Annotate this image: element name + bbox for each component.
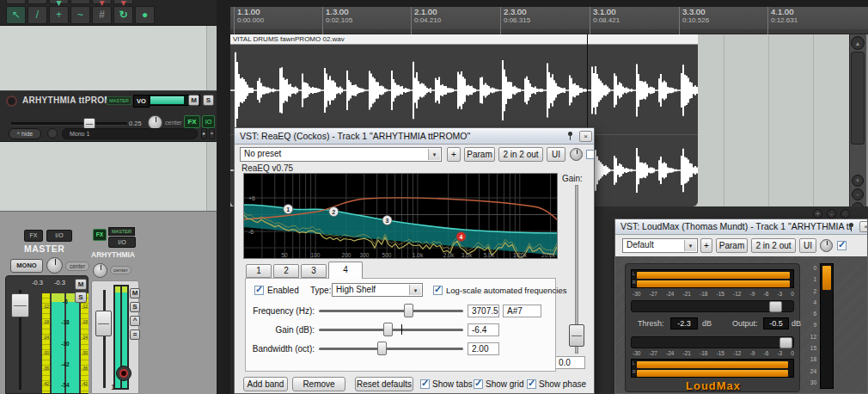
loudmax-window[interactable]: VST: LoudMax (Thomas Mundt) - Track 1 "A… [614, 219, 868, 394]
loudmax-titlebar[interactable]: VST: LoudMax (Thomas Mundt) - Track 1 "A… [615, 219, 867, 235]
master-send-badge[interactable]: MASTER [107, 96, 131, 105]
toolbar-icon-clipped[interactable] [70, 0, 90, 4]
master-fader[interactable] [11, 293, 29, 317]
eq-output-gain-value[interactable]: 0.0 [554, 356, 585, 369]
hide-button[interactable]: ^ hide [9, 128, 41, 139]
gain-slider[interactable] [317, 323, 465, 336]
band-type-select[interactable]: High Shelf▾ [332, 283, 423, 297]
grid-snap-icon[interactable]: # [92, 6, 112, 24]
reaeq-param-button[interactable]: Param [464, 147, 495, 162]
zoom-in-button[interactable]: + [852, 175, 864, 187]
loudmax-enable-checkbox[interactable] [837, 241, 847, 250]
frequency-slider-handle[interactable] [404, 304, 413, 317]
loudmax-param-button[interactable]: Param [716, 238, 748, 253]
loudmax-pin-routing-button[interactable]: 2 in 2 out [751, 238, 796, 253]
gain-value[interactable]: -6.4 [468, 323, 499, 336]
toolbar-icon-clipped[interactable]: ▾ [92, 0, 112, 4]
bandwidth-slider-handle[interactable] [377, 342, 387, 355]
toolbar-icon-clipped[interactable] [6, 0, 26, 4]
reaeq-pin-routing-button[interactable]: 2 in 2 out [498, 147, 543, 162]
io-button[interactable]: IO [202, 115, 215, 128]
loudmax-save-preset-button[interactable]: + [700, 238, 712, 253]
output-slider-handle[interactable] [779, 337, 792, 348]
master-pan-knob[interactable] [46, 257, 63, 274]
reaeq-save-preset-button[interactable]: + [447, 147, 461, 162]
track-strip-record-arm[interactable] [116, 366, 131, 381]
panel-divider[interactable] [217, 0, 230, 394]
hzoom-out-button[interactable]: - [827, 209, 836, 219]
toolbar-icon-clipped[interactable]: ▾ [49, 0, 69, 4]
scroll-up-button[interactable]: ▲ [851, 36, 865, 50]
show-tabs-checkbox[interactable] [420, 379, 430, 389]
hzoom-in-button[interactable]: + [813, 209, 822, 219]
eq-graph[interactable]: +6-6501002003005001.0k2.0k3.0k5.0k10.0k2… [243, 173, 558, 259]
pin-icon[interactable] [846, 222, 856, 232]
master-io-button[interactable]: I/O [46, 230, 72, 242]
thresh-slider[interactable] [631, 300, 794, 312]
tab-band-1[interactable]: 1 [246, 264, 272, 278]
reaeq-bypass-checkbox[interactable] [586, 150, 595, 159]
output-slider[interactable] [631, 336, 794, 348]
tab-band-2[interactable]: 2 [273, 264, 299, 278]
input-menu-button[interactable]: = [209, 128, 215, 139]
close-icon[interactable]: × [859, 221, 868, 232]
reaeq-wet-knob[interactable] [570, 148, 583, 161]
envelope-button[interactable] [47, 128, 58, 139]
fx-button[interactable]: FX [184, 115, 200, 128]
reaeq-preset-select[interactable]: No preset▾ [240, 147, 442, 162]
hzoom-fit-button[interactable]: · [840, 209, 850, 219]
media-item-label[interactable]: VITAL DRUMS fawnPROMO 02.wav [230, 34, 698, 45]
hand-scroll-icon[interactable]: + [49, 6, 69, 24]
track-strip-fx-button[interactable]: FX [93, 229, 107, 241]
reset-defaults-button[interactable]: Reset defaults [355, 377, 413, 391]
zoom-out-button[interactable]: - [852, 188, 864, 200]
solo-button[interactable]: S [203, 95, 214, 106]
toolbar-icon-clipped[interactable] [28, 0, 47, 4]
scrollbar-thumb[interactable] [851, 52, 865, 145]
record-input-selector[interactable]: Mono 1 [62, 128, 198, 139]
monitor-button[interactable]: ▸ [201, 128, 207, 139]
eq-output-gain-slider[interactable] [569, 185, 584, 354]
gain-slider-handle[interactable] [383, 323, 393, 336]
show-phase-checkbox[interactable] [527, 379, 536, 389]
reaeq-ui-button[interactable]: UI [547, 147, 565, 162]
master-fx-button[interactable]: FX [24, 230, 43, 242]
reaeq-window[interactable]: VST: ReaEQ (Cockos) - Track 1 "ARHYTHMIA… [234, 127, 595, 394]
close-icon[interactable]: × [579, 131, 592, 142]
add-band-button[interactable]: Add band [243, 377, 288, 391]
show-grid-checkbox[interactable] [474, 379, 483, 389]
bandwidth-value[interactable]: 2.00 [468, 342, 499, 355]
master-mono-button[interactable]: MONO [10, 259, 43, 273]
band-enabled-checkbox[interactable] [254, 286, 264, 295]
track-strip-send-badge[interactable]: MASTER [108, 227, 135, 236]
loudmax-ui-button[interactable]: UI [799, 238, 816, 253]
loop-icon[interactable]: ↻ [113, 6, 133, 24]
master-mute-button[interactable]: M [75, 279, 87, 290]
track-strip-mute-button[interactable]: M [130, 288, 140, 299]
envelope-icon[interactable]: ~ [70, 6, 90, 24]
remove-band-button[interactable]: Remove band [292, 377, 345, 391]
loudmax-preset-select[interactable]: Default▾ [622, 238, 698, 253]
tab-band-4-active[interactable]: 4 [328, 262, 363, 279]
track-strip-solo-button[interactable]: S [130, 302, 140, 312]
lock-icon[interactable]: ● [135, 6, 155, 24]
loudmax-wet-knob[interactable] [820, 239, 833, 252]
tab-band-3[interactable]: 3 [301, 264, 327, 278]
thresh-value[interactable]: -2.3 [670, 317, 698, 329]
track-strip-io-button[interactable]: I/O [108, 237, 136, 248]
track-strip-route-button[interactable]: = [130, 329, 140, 340]
mute-button[interactable]: M [188, 95, 199, 106]
master-peak-left[interactable]: -0.3 [32, 279, 43, 286]
track-strip-pan-knob[interactable] [93, 263, 107, 278]
thresh-slider-handle[interactable] [769, 301, 782, 312]
toolbar-icon-clipped[interactable]: ▾ [113, 0, 133, 4]
razor-edit-icon[interactable]: / [28, 6, 47, 24]
reaeq-titlebar[interactable]: VST: ReaEQ (Cockos) - Track 1 "ARHYTHMIA… [235, 128, 594, 145]
frequency-value[interactable]: 3707.5 [468, 305, 499, 317]
eq-output-gain-handle[interactable] [569, 324, 584, 347]
pin-icon[interactable] [565, 131, 575, 141]
master-solo-button[interactable]: S [75, 292, 87, 303]
record-arm-button[interactable] [6, 95, 17, 107]
select-tool-icon[interactable]: ↖ [6, 6, 26, 24]
track-strip-env-button[interactable]: ^ [130, 316, 140, 326]
